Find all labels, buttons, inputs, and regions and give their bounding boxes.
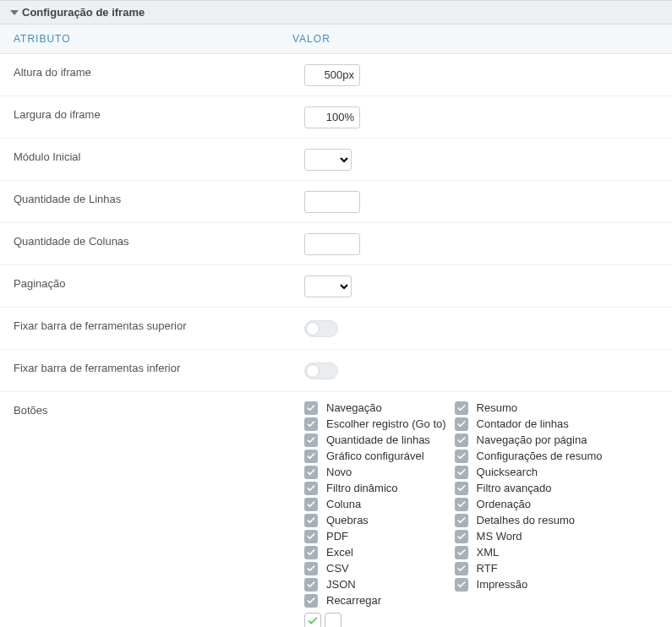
check-icon xyxy=(456,564,467,574)
panel-header[interactable]: Configuração de iframe xyxy=(0,0,672,25)
deselect-all-checkbox[interactable] xyxy=(325,613,341,627)
checkbox-label: Gráfico configurável xyxy=(326,450,424,462)
checkbox-item: Excel xyxy=(304,545,446,559)
checkbox[interactable] xyxy=(304,433,318,447)
row-iframe-height: Altura do iframe xyxy=(0,54,672,96)
checkbox-label: Recarregar xyxy=(326,594,381,607)
checkbox[interactable] xyxy=(304,562,318,575)
check-icon xyxy=(456,403,467,413)
toggle-fix-top[interactable] xyxy=(304,320,338,337)
label-rows-count: Quantidade de Linhas xyxy=(0,189,279,214)
row-rows-count: Quantidade de Linhas xyxy=(0,181,672,223)
checkbox[interactable] xyxy=(304,466,318,479)
toggle-fix-bottom[interactable] xyxy=(304,363,338,379)
label-cols-count: Quantidade de Colunas xyxy=(0,232,279,256)
input-iframe-height[interactable] xyxy=(304,64,360,86)
check-icon xyxy=(306,467,316,477)
checkbox[interactable] xyxy=(304,578,318,592)
label-iframe-height: Altura do iframe xyxy=(0,63,279,87)
toggle-knob xyxy=(306,364,320,378)
check-icon xyxy=(456,435,467,445)
checkbox-label: Resumo xyxy=(477,401,517,414)
check-icon xyxy=(306,532,316,542)
check-icon xyxy=(306,435,316,445)
select-pagination[interactable] xyxy=(304,275,352,297)
panel-title: Configuração de iframe xyxy=(22,6,145,19)
row-fix-bottom: Fixar barra de ferramentas inferior xyxy=(0,350,672,392)
row-initial-module: Módulo Inicial xyxy=(0,139,672,181)
checkbox[interactable] xyxy=(304,401,318,415)
check-icon xyxy=(306,499,316,510)
checkbox-label: Escolher registro (Go to) xyxy=(326,417,446,430)
checkbox-label: Filtro avançado xyxy=(477,482,552,494)
checkbox-item: Detalhes do resumo xyxy=(455,513,603,527)
check-icon xyxy=(456,515,467,526)
checkbox-label: Navegação xyxy=(326,401,382,414)
checkbox-item: Escolher registro (Go to) xyxy=(304,417,446,431)
label-pagination: Paginação xyxy=(0,274,279,298)
checkbox[interactable] xyxy=(304,482,318,495)
check-icon xyxy=(456,467,467,477)
checkbox[interactable] xyxy=(304,514,318,527)
check-icon xyxy=(306,403,316,413)
checkbox-item: Navegação xyxy=(304,401,446,415)
checkbox[interactable] xyxy=(455,450,468,463)
check-icon xyxy=(306,564,316,574)
checkbox-item: Impressão xyxy=(455,577,603,592)
checkbox-label: PDF xyxy=(326,530,348,542)
check-icon xyxy=(456,419,467,429)
checkbox[interactable] xyxy=(455,417,468,431)
checkbox-item: Ordenação xyxy=(455,497,603,511)
checkbox-item: Quicksearch xyxy=(455,465,603,479)
label-initial-module: Módulo Inicial xyxy=(0,147,279,172)
checkbox[interactable] xyxy=(304,417,318,431)
checkbox-label: Ordenação xyxy=(477,498,531,510)
buttons-grid: NavegaçãoEscolher registro (Go to)Quanti… xyxy=(304,401,602,608)
checkbox[interactable] xyxy=(455,433,468,447)
checkbox-label: Coluna xyxy=(326,498,361,510)
checkbox[interactable] xyxy=(455,466,468,479)
checkbox[interactable] xyxy=(455,498,468,511)
check-icon xyxy=(306,451,316,461)
checkbox-label: RTF xyxy=(477,562,498,575)
checkbox[interactable] xyxy=(455,514,468,527)
input-cols-count[interactable] xyxy=(304,233,360,255)
check-icon xyxy=(306,419,316,429)
checkbox-item: Quebras xyxy=(304,513,446,527)
checkbox-item: Contador de linhas xyxy=(455,417,603,431)
checkbox-item: Navegação por página xyxy=(455,433,603,447)
label-iframe-width: Largura do iframe xyxy=(0,105,279,129)
checkbox[interactable] xyxy=(455,482,468,495)
input-iframe-width[interactable] xyxy=(304,106,360,128)
row-fix-top: Fixar barra de ferramentas superior xyxy=(0,308,672,350)
checkbox[interactable] xyxy=(304,594,318,608)
checkbox[interactable] xyxy=(455,562,468,575)
checkbox-item: Coluna xyxy=(304,497,446,511)
checkbox[interactable] xyxy=(455,578,468,592)
checkbox-item: RTF xyxy=(455,561,603,575)
row-cols-count: Quantidade de Colunas xyxy=(0,223,672,265)
row-buttons: Botões NavegaçãoEscolher registro (Go to… xyxy=(0,392,672,627)
checkbox[interactable] xyxy=(304,530,318,543)
check-icon xyxy=(306,515,316,526)
checkbox-item: PDF xyxy=(304,529,446,543)
select-initial-module[interactable] xyxy=(304,149,352,171)
checkbox-item: Configurações de resumo xyxy=(455,449,603,463)
checkbox[interactable] xyxy=(304,546,318,559)
check-icon xyxy=(456,499,467,510)
row-pagination: Paginação xyxy=(0,265,672,308)
row-iframe-width: Largura do iframe xyxy=(0,96,672,139)
checkbox[interactable] xyxy=(455,546,468,559)
check-icon xyxy=(306,596,316,606)
checkbox[interactable] xyxy=(304,498,318,511)
select-all-checkbox[interactable] xyxy=(304,613,321,627)
check-icon xyxy=(456,548,467,558)
checkbox-label: Quebras xyxy=(326,514,369,526)
check-icon xyxy=(456,580,467,590)
checkbox[interactable] xyxy=(455,401,468,415)
checkbox-label: Quantidade de linhas xyxy=(326,433,430,446)
checkbox[interactable] xyxy=(455,530,468,543)
checkbox-item: Quantidade de linhas xyxy=(304,433,446,447)
checkbox[interactable] xyxy=(304,450,318,463)
input-rows-count[interactable] xyxy=(304,191,360,213)
